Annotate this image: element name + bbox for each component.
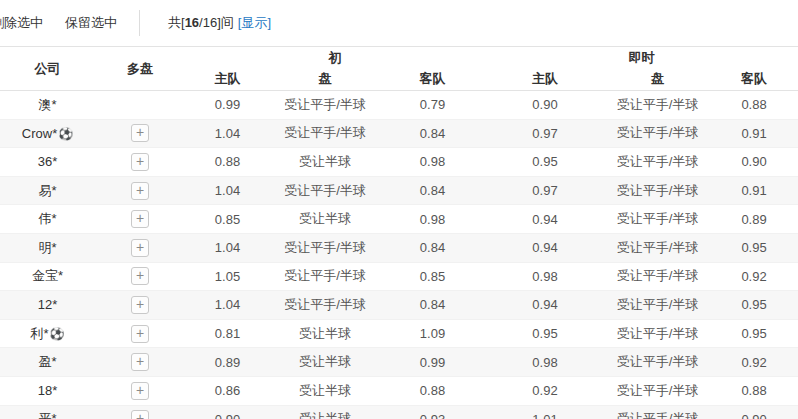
live-handicap: 受让平手/半球 <box>605 291 710 320</box>
expand-plus-button[interactable]: + <box>131 410 149 419</box>
live-handicap: 受让平手/半球 <box>605 233 710 262</box>
multi-cell: + <box>95 348 185 377</box>
initial-handicap: 受让平手/半球 <box>270 291 380 320</box>
company-cell: 12* <box>0 291 95 320</box>
initial-home-odds: 1.04 <box>185 176 270 205</box>
live-home-odds: 0.98 <box>485 262 605 291</box>
expand-plus-button[interactable]: + <box>131 239 149 257</box>
show-link[interactable]: [显示] <box>238 14 271 32</box>
initial-away-odds: 0.98 <box>380 205 485 234</box>
company-name: 18* <box>38 383 58 398</box>
live-handicap: 受让平手/半球 <box>605 376 710 405</box>
initial-away-odds: 0.84 <box>380 233 485 262</box>
table-row: Crow*⚽ + 1.04 受让平手/半球 0.84 0.97 受让平手/半球 … <box>0 119 798 148</box>
multi-cell: + <box>95 233 185 262</box>
company-name: 12* <box>38 297 58 312</box>
initial-home-odds: 0.99 <box>185 91 270 120</box>
initial-home-odds: 1.05 <box>185 262 270 291</box>
live-handicap: 受让平手/半球 <box>605 262 710 291</box>
initial-handicap: 受让半球 <box>270 319 380 348</box>
initial-away-odds: 0.79 <box>380 91 485 120</box>
initial-away-odds: 1.09 <box>380 319 485 348</box>
initial-home-odds: 1.04 <box>185 291 270 320</box>
keep-selected-button[interactable]: 保留选中 <box>65 14 117 32</box>
initial-away-odds: 0.93 <box>380 405 485 419</box>
odds-comparison-screen: 删除选中 保留选中 共[16/16]间 [显示] 公司 多盘 初 即时 主队 盘… <box>0 0 798 419</box>
initial-away-odds: 0.84 <box>380 176 485 205</box>
company-cell: 平* <box>0 405 95 419</box>
table-row: 利*⚽ + 0.81 受让半球 1.09 0.95 受让平手/半球 0.95 <box>0 319 798 348</box>
live-away-odds: 0.88 <box>710 91 798 120</box>
header-initial-group: 初 <box>185 47 485 69</box>
table-row: 伟* + 0.85 受让半球 0.98 0.94 受让平手/半球 0.89 <box>0 205 798 234</box>
initial-handicap: 受让平手/半球 <box>270 176 380 205</box>
expand-plus-button[interactable]: + <box>131 382 149 400</box>
initial-home-odds: 0.88 <box>185 148 270 177</box>
initial-handicap: 受让半球 <box>270 205 380 234</box>
company-cell: 易* <box>0 176 95 205</box>
header-initial-handicap: 盘 <box>270 69 380 91</box>
initial-away-odds: 0.84 <box>380 291 485 320</box>
soccer-ball-icon: ⚽ <box>58 127 73 141</box>
initial-handicap: 受让平手/半球 <box>270 119 380 148</box>
multi-cell: + <box>95 148 185 177</box>
live-away-odds: 0.95 <box>710 291 798 320</box>
live-away-odds: 0.90 <box>710 148 798 177</box>
company-cell: 36* <box>0 148 95 177</box>
multi-cell: + <box>95 291 185 320</box>
odds-table: 公司 多盘 初 即时 主队 盘 客队 主队 盘 客队 澳* 0.99 受让平手/… <box>0 46 798 419</box>
expand-plus-button[interactable]: + <box>131 353 149 371</box>
initial-home-odds: 0.90 <box>185 405 270 419</box>
company-name: 盈* <box>38 354 56 369</box>
initial-handicap: 受让平手/半球 <box>270 262 380 291</box>
expand-plus-button[interactable]: + <box>131 210 149 228</box>
live-home-odds: 0.95 <box>485 319 605 348</box>
company-name: 36* <box>38 154 58 169</box>
odds-table-header: 公司 多盘 初 即时 主队 盘 客队 主队 盘 客队 <box>0 47 798 91</box>
delete-selected-button[interactable]: 删除选中 <box>0 14 43 32</box>
soccer-ball-icon: ⚽ <box>50 327 65 341</box>
live-away-odds: 0.92 <box>710 348 798 377</box>
company-name: 金宝* <box>32 268 63 283</box>
initial-away-odds: 0.88 <box>380 376 485 405</box>
live-handicap: 受让平手/半球 <box>605 205 710 234</box>
table-row: 金宝* + 1.05 受让平手/半球 0.85 0.98 受让平手/半球 0.9… <box>0 262 798 291</box>
live-home-odds: 0.94 <box>485 291 605 320</box>
expand-plus-button[interactable]: + <box>131 267 149 285</box>
company-cell: 利*⚽ <box>0 319 95 348</box>
live-home-odds: 0.97 <box>485 176 605 205</box>
table-row: 18* + 0.86 受让半球 0.88 0.92 受让平手/半球 0.88 <box>0 376 798 405</box>
expand-plus-button[interactable]: + <box>131 124 149 142</box>
company-cell: 伟* <box>0 205 95 234</box>
initial-away-odds: 0.99 <box>380 348 485 377</box>
company-cell: Crow*⚽ <box>0 119 95 148</box>
multi-cell: + <box>95 119 185 148</box>
expand-plus-button[interactable]: + <box>131 153 149 171</box>
initial-handicap: 受让半球 <box>270 348 380 377</box>
initial-away-odds: 0.84 <box>380 119 485 148</box>
initial-handicap: 受让半球 <box>270 405 380 419</box>
company-name: 平* <box>38 411 56 419</box>
expand-plus-button[interactable]: + <box>131 325 149 343</box>
toolbar-divider <box>139 10 140 36</box>
live-home-odds: 0.94 <box>485 205 605 234</box>
live-away-odds: 0.88 <box>710 376 798 405</box>
expand-plus-button[interactable]: + <box>131 296 149 314</box>
live-handicap: 受让平手/半球 <box>605 119 710 148</box>
table-row: 平* + 0.90 受让半球 0.93 1.01 受让平手/半球 0.90 <box>0 405 798 419</box>
live-away-odds: 0.92 <box>710 262 798 291</box>
summary-rest: /16]间 <box>199 15 234 30</box>
header-live-home: 主队 <box>485 69 605 91</box>
live-home-odds: 0.94 <box>485 233 605 262</box>
multi-cell: + <box>95 405 185 419</box>
company-cell: 金宝* <box>0 262 95 291</box>
live-away-odds: 0.90 <box>710 405 798 419</box>
live-handicap: 受让平手/半球 <box>605 176 710 205</box>
multi-cell: + <box>95 262 185 291</box>
header-live-handicap: 盘 <box>605 69 710 91</box>
table-row: 澳* 0.99 受让平手/半球 0.79 0.90 受让平手/半球 0.88 <box>0 91 798 120</box>
initial-home-odds: 0.85 <box>185 205 270 234</box>
expand-plus-button[interactable]: + <box>131 182 149 200</box>
initial-home-odds: 1.04 <box>185 233 270 262</box>
header-initial-away: 客队 <box>380 69 485 91</box>
